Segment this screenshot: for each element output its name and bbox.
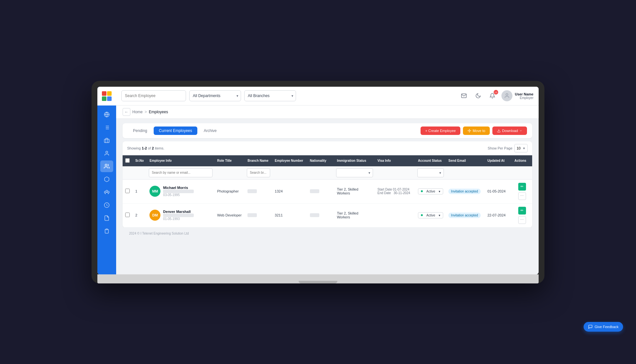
sidebar-item-plane[interactable]: [100, 173, 113, 185]
team-icon: [104, 189, 110, 195]
select-all-checkbox[interactable]: [125, 158, 130, 163]
row-2-branch: Ruble: [245, 203, 272, 227]
row-2-checkbox[interactable]: [125, 213, 130, 217]
filter-name-email[interactable]: [149, 168, 213, 177]
row-1-empnum: 1324: [272, 179, 307, 203]
clipboard-icon: [104, 228, 110, 234]
row-1-immigration: Tier 2, Skilled Workers: [334, 179, 375, 203]
row-2-status-dot: [421, 214, 423, 216]
row-2-more-button[interactable]: ⋯: [518, 216, 526, 224]
filter-branch[interactable]: [247, 168, 270, 177]
row-1-send-email: Invitation accepted: [446, 179, 485, 203]
svg-rect-3: [107, 96, 112, 101]
filter-account-status[interactable]: [417, 168, 444, 177]
tab-archive[interactable]: Archive: [199, 127, 222, 135]
row-1-nationality: Ruble: [307, 179, 334, 203]
department-select-wrapper: All Departments: [189, 90, 241, 101]
sidebar-item-briefcase[interactable]: [100, 135, 113, 146]
show-per-page: Show Per Page 10 25 50: [488, 144, 528, 152]
table-container: Showing 1-2 of 2 items. Show Per Page: [123, 141, 532, 227]
sidebar-item-circle[interactable]: [100, 199, 113, 211]
breadcrumb-bar: ← Home > Employees: [116, 105, 539, 119]
row-1-more-button[interactable]: ⋯: [518, 192, 526, 200]
plane-icon: [104, 176, 110, 182]
row-2-status-text: Active: [426, 214, 435, 217]
col-employee-info: Employee Info: [147, 155, 214, 166]
row-2-edit-button[interactable]: ✏: [518, 207, 526, 215]
user-name: User Name: [515, 92, 533, 96]
moon-icon-btn[interactable]: [473, 91, 483, 101]
table-row: 2 DM Denver Marshall redacted@gmail.com …: [123, 203, 532, 227]
moon-icon: [475, 93, 481, 99]
tab-pending[interactable]: Pending: [128, 127, 152, 135]
svg-point-13: [106, 151, 108, 153]
mail-icon-btn[interactable]: [459, 91, 469, 101]
row-1-actions: ✏ ⋯: [514, 183, 530, 200]
row-1-role: Photographer: [214, 179, 245, 203]
row-2-employee-info: Denver Marshall redacted@gmail.com 01-05…: [163, 210, 194, 221]
tab-current[interactable]: Current Employees: [154, 127, 197, 135]
breadcrumb-back-button[interactable]: ←: [123, 108, 130, 116]
notification-icon-btn[interactable]: 13: [487, 91, 498, 101]
row-1-employee-info: Michael Morris redacted@gmail.com 03-05-…: [163, 186, 194, 197]
sidebar-item-team[interactable]: [100, 186, 113, 198]
row-1-status-dropdown[interactable]: Active ▾: [418, 188, 443, 194]
topbar-icons: 13 User Name Employer: [459, 90, 533, 101]
sidebar-item-users[interactable]: [100, 160, 113, 172]
filter-immigration[interactable]: [336, 168, 373, 177]
employees-table: Sr.No Employee Info Role Title Branch Na…: [123, 155, 532, 227]
row-1-srno: 1: [133, 179, 147, 203]
move-icon: [467, 129, 471, 133]
notification-badge: 13: [494, 90, 498, 94]
search-employee-input[interactable]: [121, 90, 186, 101]
breadcrumb-home[interactable]: Home: [132, 110, 143, 114]
row-1-edit-button[interactable]: ✏: [518, 183, 526, 191]
row-1-avatar: MM: [149, 186, 160, 197]
row-2-nationality: Ruble: [307, 203, 334, 227]
svg-point-14: [105, 164, 107, 166]
breadcrumb-current: Employees: [149, 110, 168, 114]
sidebar-item-list[interactable]: [100, 122, 113, 133]
col-immigration-status: Immigration Status: [334, 155, 375, 166]
sidebar-item-clipboard[interactable]: [100, 225, 113, 237]
branch-select[interactable]: All Branches: [244, 90, 296, 101]
col-srno: Sr.No: [133, 155, 147, 166]
row-1-visa: Start Date 01-07-2024 End Date 30-11-202…: [375, 179, 415, 203]
page-content: Pending Current Employees Archive + Crea…: [116, 119, 539, 274]
department-select[interactable]: All Departments: [189, 90, 241, 101]
sidebar-logo: [97, 87, 116, 105]
filter-row: [123, 166, 532, 180]
globe-icon: [104, 112, 110, 117]
move-to-button[interactable]: Move to: [463, 127, 490, 135]
row-2-actions: ✏ ⋯: [514, 207, 530, 224]
sidebar-item-doc[interactable]: [100, 212, 113, 224]
sidebar-nav: [97, 105, 116, 240]
user-role: Employer: [515, 96, 533, 100]
per-page-select[interactable]: 10 25 50: [514, 144, 528, 152]
doc-icon: [104, 215, 110, 221]
svg-rect-1: [107, 91, 112, 96]
download-button[interactable]: Download: [492, 127, 527, 135]
row-1-name: Michael Morris: [163, 186, 194, 190]
row-2-status-dropdown[interactable]: Active ▾: [418, 212, 443, 218]
sidebar-item-globe[interactable]: [100, 109, 113, 120]
user-avatar: [501, 90, 512, 101]
svg-rect-12: [104, 139, 109, 143]
row-2-srno: 2: [133, 203, 147, 227]
row-2-invitation-badge: Invitation accepted: [448, 213, 480, 218]
col-employee-number: Employee Number: [272, 155, 307, 166]
main-content: All Departments All Branches: [116, 87, 539, 274]
row-1-checkbox[interactable]: [125, 189, 130, 193]
topbar: All Departments All Branches: [116, 87, 539, 105]
sidebar-item-user[interactable]: [100, 148, 113, 159]
svg-rect-2: [102, 96, 106, 101]
footer: 2024 © I Telenet Engineering Solution Lt…: [123, 227, 532, 238]
row-2-avatar: DM: [149, 210, 160, 221]
user-profile[interactable]: User Name Employer: [501, 90, 533, 101]
create-employee-button[interactable]: + Create Employee: [421, 127, 460, 135]
col-account-status: Account Status: [415, 155, 446, 166]
svg-point-15: [106, 190, 108, 192]
col-actions: Actions: [512, 155, 532, 166]
col-role-title: Role Title: [214, 155, 245, 166]
row-2-role: Web Developer: [214, 203, 245, 227]
